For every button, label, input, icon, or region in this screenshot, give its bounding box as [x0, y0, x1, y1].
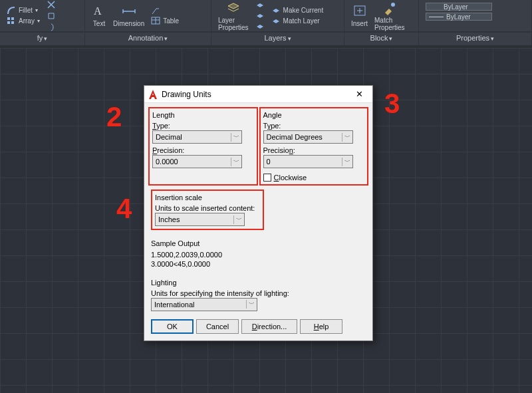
- dialog-buttons: OK Cancel Direction... Help: [144, 314, 372, 340]
- sample-output-group: Sample Output 1.5000,2.0039,0.0000 3.000…: [151, 239, 366, 269]
- block-group: Insert Match Properties: [344, 0, 419, 31]
- modify-group: Fillet▾ Array▾: [0, 0, 85, 31]
- chevron-down-icon: ﹀: [246, 300, 257, 309]
- chevron-down-icon: ﹀: [342, 158, 352, 166]
- layer-tool[interactable]: [255, 22, 265, 31]
- leader-icon: [151, 6, 160, 15]
- table-icon: [151, 17, 160, 26]
- autocad-icon: [148, 89, 158, 100]
- lighting-legend: Lighting: [151, 279, 366, 287]
- close-button[interactable]: ✕: [350, 88, 368, 101]
- svg-rect-3: [11, 21, 14, 24]
- dimension-icon: [122, 4, 136, 19]
- cancel-button[interactable]: Cancel: [196, 319, 239, 334]
- properties-group-label[interactable]: Properties▾: [419, 33, 532, 45]
- annotation-group-label[interactable]: Annotation▾: [85, 33, 211, 45]
- modify-group-label[interactable]: fy▾: [0, 33, 85, 45]
- angle-group: Angle Type: Decimal Degrees﹀ Precision: …: [259, 107, 369, 186]
- properties-group: ByLayer ByLayer: [419, 0, 532, 31]
- layer-icon: [271, 6, 281, 15]
- length-legend: Length: [152, 111, 254, 119]
- layers-group-label[interactable]: Layers▾: [211, 33, 344, 45]
- linetype-dropdown[interactable]: ByLayer: [426, 13, 492, 21]
- length-type-combo[interactable]: Decimal﹀: [152, 130, 242, 144]
- array-icon: [7, 17, 16, 26]
- layer-icon: [271, 17, 281, 26]
- length-group: Length Type: Decimal﹀ Precision: 0.0000﹀: [148, 107, 258, 186]
- block-group-label[interactable]: Block▾: [344, 33, 419, 45]
- svg-rect-2: [7, 21, 10, 24]
- chevron-down-icon: ﹀: [342, 133, 352, 142]
- modify-tool-icon[interactable]: [47, 23, 56, 32]
- svg-rect-1: [11, 17, 14, 20]
- angle-type-combo[interactable]: Decimal Degrees﹀: [263, 130, 353, 144]
- layer-properties-button[interactable]: Layer Properties: [218, 1, 249, 31]
- layer-properties-icon: [226, 1, 241, 15]
- annotation-group: A Text Dimension Table: [85, 0, 211, 31]
- checkbox-box: [263, 174, 271, 182]
- annotation-4: 4: [116, 193, 132, 225]
- lighting-units-combo[interactable]: International﹀: [151, 298, 257, 311]
- svg-point-7: [391, 3, 395, 7]
- clockwise-checkbox[interactable]: Clockwise: [263, 174, 365, 182]
- layer-icon: [255, 1, 265, 10]
- svg-rect-0: [7, 17, 10, 20]
- lighting-group: Lighting Units for specifying the intens…: [151, 279, 366, 311]
- length-type-label: Type:: [152, 122, 254, 130]
- annotation-2: 2: [106, 101, 122, 133]
- chevron-down-icon: ﹀: [231, 133, 241, 142]
- ribbon-tools: Fillet▾ Array▾ A Text Dimension Table: [0, 0, 532, 32]
- layer-icon: [255, 22, 265, 31]
- modify-tool-icon[interactable]: [47, 0, 56, 9]
- insertion-scale-group: Insertion scale Units to scale inserted …: [151, 190, 264, 230]
- ribbon-group-labels: fy▾ Annotation▾ Layers▾ Block▾ Propertie…: [0, 32, 532, 45]
- chevron-down-icon: ﹀: [233, 215, 244, 224]
- match-properties-button[interactable]: Match Properties: [374, 1, 405, 31]
- layer-tool[interactable]: [255, 11, 265, 21]
- sample-line: 1.5000,2.0039,0.0000: [151, 250, 366, 259]
- text-button[interactable]: A Text: [92, 4, 106, 27]
- fillet-item[interactable]: Fillet▾: [7, 6, 40, 15]
- angle-legend: Angle: [263, 111, 365, 119]
- modify-tool-icon[interactable]: [47, 11, 56, 21]
- annotation-3: 3: [384, 88, 400, 120]
- insert-button[interactable]: Insert: [351, 4, 368, 27]
- chevron-down-icon: ﹀: [231, 158, 241, 166]
- layer-icon: [255, 11, 265, 21]
- insert-icon: [352, 4, 367, 19]
- table-item[interactable]: Table: [151, 17, 179, 26]
- direction-button[interactable]: Direction...: [241, 319, 297, 334]
- angle-type-label: Type:: [263, 122, 365, 130]
- text-icon: A: [92, 4, 106, 19]
- angle-precision-combo[interactable]: 0﹀: [263, 155, 353, 168]
- ribbon: Fillet▾ Array▾ A Text Dimension Table: [0, 0, 532, 45]
- array-item[interactable]: Array▾: [7, 17, 40, 26]
- dialog-title: Drawing Units: [162, 90, 211, 99]
- make-current-item[interactable]: Make Current: [271, 6, 324, 15]
- insertion-sublabel: Units to scale inserted content:: [155, 204, 260, 212]
- length-precision-combo[interactable]: 0.0000﹀: [152, 155, 242, 168]
- help-button[interactable]: Help: [300, 319, 342, 334]
- sample-legend: Sample Output: [151, 239, 366, 247]
- dimension-button[interactable]: Dimension: [113, 4, 144, 27]
- color-dropdown[interactable]: ByLayer: [426, 3, 492, 11]
- angle-precision-label: Precision:: [263, 146, 365, 154]
- layers-group: Layer Properties Make Current Match Laye…: [211, 0, 344, 31]
- titlebar[interactable]: Drawing Units ✕: [144, 86, 372, 103]
- lighting-sublabel: Units for specifying the intensity of li…: [151, 289, 366, 297]
- svg-text:A: A: [94, 5, 102, 17]
- length-precision-label: Precision:: [152, 146, 254, 154]
- leader-item[interactable]: [151, 6, 179, 15]
- match-properties-icon: [382, 1, 397, 15]
- drawing-units-dialog: Drawing Units ✕ Length Type: Decimal﹀ Pr…: [144, 85, 373, 341]
- ok-button[interactable]: OK: [151, 319, 194, 334]
- insertion-units-combo[interactable]: Inches﹀: [155, 213, 245, 226]
- fillet-icon: [7, 6, 16, 15]
- match-layer-item[interactable]: Match Layer: [271, 17, 324, 26]
- layer-tool[interactable]: [255, 1, 265, 10]
- sample-line: 3.0000<45,0.0000: [151, 259, 366, 269]
- insertion-legend: Insertion scale: [155, 194, 260, 201]
